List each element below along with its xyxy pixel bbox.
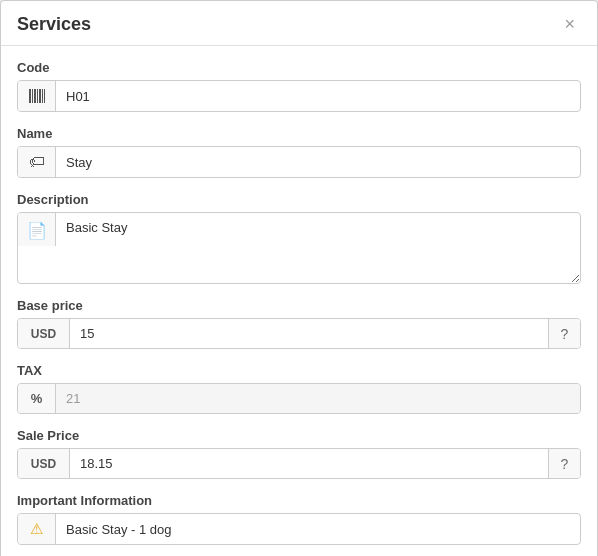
sale-price-input-wrapper: USD ?: [17, 448, 581, 479]
description-label: Description: [17, 192, 581, 207]
base-price-field-group: Base price USD ?: [17, 298, 581, 349]
base-price-input[interactable]: [70, 319, 548, 348]
svg-rect-2: [34, 89, 36, 103]
close-button[interactable]: ×: [558, 13, 581, 35]
code-label: Code: [17, 60, 581, 75]
sale-price-currency: USD: [18, 449, 70, 478]
tax-field-group: TAX %: [17, 363, 581, 414]
svg-rect-1: [32, 89, 33, 103]
document-icon: 📄: [18, 213, 56, 246]
base-price-currency: USD: [18, 319, 70, 348]
modal-body: Code Name: [1, 46, 597, 556]
code-field-group: Code: [17, 60, 581, 112]
base-price-help-button[interactable]: ?: [548, 319, 580, 348]
sale-price-field-group: Sale Price USD ?: [17, 428, 581, 479]
tax-input: [56, 384, 580, 413]
question-icon-2: ?: [561, 456, 569, 472]
description-input-wrapper: 📄: [17, 212, 581, 284]
name-label: Name: [17, 126, 581, 141]
sale-price-input[interactable]: [70, 449, 548, 478]
important-info-input-wrapper: ⚠: [17, 513, 581, 545]
percent-icon: %: [18, 384, 56, 413]
base-price-label: Base price: [17, 298, 581, 313]
description-field-group: Description 📄: [17, 192, 581, 284]
tag-icon: 🏷: [18, 147, 56, 177]
question-icon: ?: [561, 326, 569, 342]
svg-rect-3: [37, 89, 38, 103]
important-info-label: Important Information: [17, 493, 581, 508]
svg-rect-5: [42, 89, 43, 103]
code-input-wrapper: [17, 80, 581, 112]
services-modal: Services × Code: [0, 0, 598, 556]
name-input[interactable]: [56, 148, 580, 177]
name-field-group: Name 🏷: [17, 126, 581, 178]
code-input[interactable]: [56, 82, 580, 111]
sale-price-label: Sale Price: [17, 428, 581, 443]
important-info-field-group: Important Information ⚠: [17, 493, 581, 545]
name-input-wrapper: 🏷: [17, 146, 581, 178]
barcode-icon: [18, 81, 56, 111]
sale-price-help-button[interactable]: ?: [548, 449, 580, 478]
important-info-input[interactable]: [56, 515, 580, 544]
tax-label: TAX: [17, 363, 581, 378]
tax-input-wrapper: %: [17, 383, 581, 414]
description-textarea[interactable]: [56, 213, 580, 283]
svg-rect-4: [39, 89, 41, 103]
svg-rect-0: [29, 89, 31, 103]
modal-header: Services ×: [1, 1, 597, 46]
warning-icon: ⚠: [18, 514, 56, 544]
base-price-input-wrapper: USD ?: [17, 318, 581, 349]
modal-title: Services: [17, 14, 91, 35]
svg-rect-6: [44, 89, 45, 103]
